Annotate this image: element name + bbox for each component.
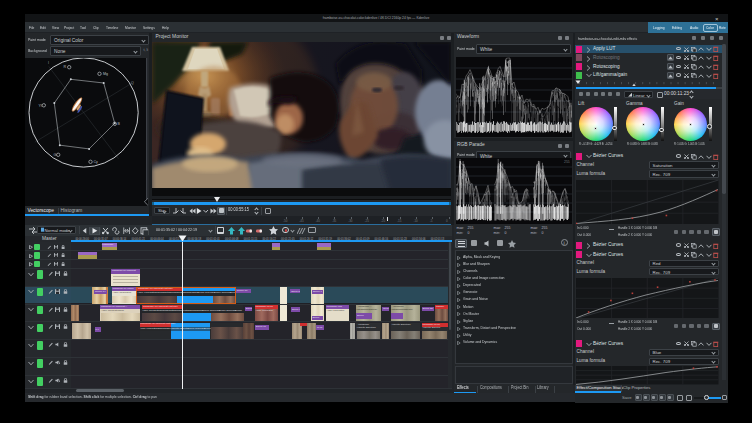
svg-text:Yl: Yl [39,103,42,107]
svg-text:G: G [54,153,57,157]
svg-text:Q: Q [131,81,134,85]
svg-text:Mg: Mg [103,71,108,75]
svg-text:Cy: Cy [94,160,99,164]
svg-text:I: I [48,60,49,64]
svg-text:R: R [64,65,67,69]
svg-text:255: 255 [564,160,570,164]
